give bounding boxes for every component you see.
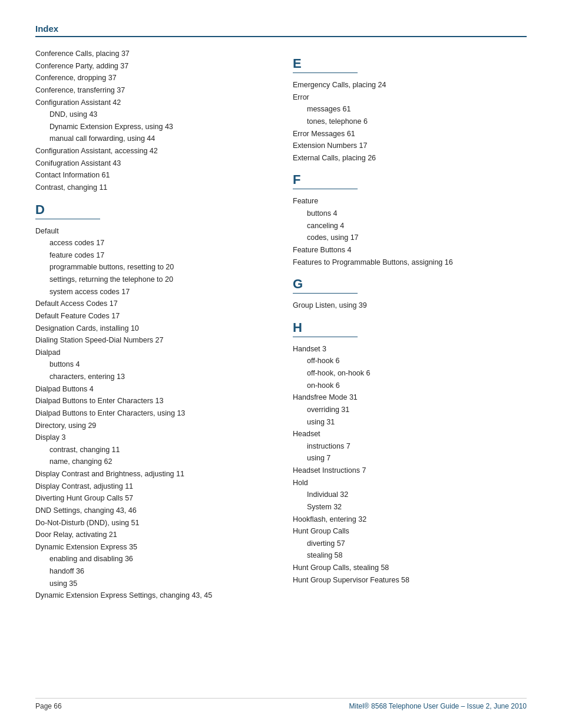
list-item: manual call forwarding, using 44 — [35, 133, 269, 145]
right-column: EEmergency Calls, placing 24Errormessage… — [293, 48, 527, 602]
list-item: Group Listen, using 39 — [293, 299, 527, 312]
title-rule — [35, 36, 527, 37]
list-item: messages 61 — [293, 103, 527, 116]
list-item: Display Contrast, adjusting 11 — [35, 480, 269, 493]
list-item: buttons 4 — [293, 207, 527, 220]
section-letter: F — [293, 172, 527, 187]
top-entries: Conference Calls, placing 37Conference P… — [35, 48, 269, 194]
left-sections: DDefaultaccess codes 17feature codes 17p… — [35, 202, 269, 602]
section-rule — [293, 293, 358, 294]
right-sections: EEmergency Calls, placing 24Errormessage… — [293, 56, 527, 586]
list-item: using 35 — [35, 578, 269, 590]
page-container: Index Conference Calls, placing 37Confer… — [0, 0, 562, 728]
list-item: system access codes 17 — [35, 286, 269, 298]
list-item: off-hook, on-hook 6 — [293, 367, 527, 380]
list-item: Headset Instructions 7 — [293, 465, 527, 477]
list-item: Default — [35, 225, 269, 238]
section-rule — [293, 189, 358, 189]
list-item: Dialpad Buttons to Enter Characters 13 — [35, 395, 269, 407]
list-item: enabling and disabling 36 — [35, 553, 269, 565]
list-item: off-hook 6 — [293, 355, 527, 367]
list-item: Hunt Group Supervisor Features 58 — [293, 574, 527, 587]
list-item: settings, returning the telephone to 20 — [35, 274, 269, 286]
list-item: Display Contrast and Brightness, adjusti… — [35, 468, 269, 480]
list-item: Features to Programmable Buttons, assign… — [293, 256, 527, 269]
list-item: External Calls, placing 26 — [293, 152, 527, 164]
section-letter: H — [293, 320, 527, 335]
list-item: Dynamic Extension Express 35 — [35, 541, 269, 554]
list-item: Contact Information 61 — [35, 169, 269, 182]
list-item: handoff 36 — [35, 565, 269, 578]
list-item: System 32 — [293, 501, 527, 513]
list-item: Feature — [293, 195, 527, 207]
list-item: Do-Not-Disturb (DND), using 51 — [35, 517, 269, 529]
list-item: overriding 31 — [293, 404, 527, 416]
list-item: codes, using 17 — [293, 232, 527, 244]
list-item: Display 3 — [35, 431, 269, 444]
list-item: Default Feature Codes 17 — [35, 310, 269, 322]
list-item: on-hook 6 — [293, 380, 527, 392]
list-item: diverting 57 — [293, 538, 527, 550]
footer: Page 66 Mitel® 8568 Telephone User Guide… — [35, 698, 527, 710]
section-letter: D — [35, 202, 269, 218]
list-item: Diverting Hunt Group Calls 57 — [35, 492, 269, 505]
list-item: Conference Party, adding 37 — [35, 60, 269, 73]
list-item: Extension Numbers 17 — [293, 140, 527, 152]
list-item: Conference Calls, placing 37 — [35, 48, 269, 60]
list-item: Error — [293, 91, 527, 104]
list-item: Conference, transferring 37 — [35, 84, 269, 97]
list-item: Feature Buttons 4 — [293, 244, 527, 256]
list-item: instructions 7 — [293, 440, 527, 453]
list-item: Hold — [293, 477, 527, 489]
list-item: Directory, using 29 — [35, 420, 269, 432]
list-item: Headset — [293, 428, 527, 440]
list-item: canceling 4 — [293, 220, 527, 232]
list-item: Conifugration Assistant 43 — [35, 157, 269, 170]
columns-container: Conference Calls, placing 37Conference P… — [35, 48, 527, 602]
section-rule — [35, 219, 100, 219]
list-item: contrast, changing 11 — [35, 444, 269, 456]
left-column: Conference Calls, placing 37Conference P… — [35, 48, 269, 602]
list-item: Default Access Codes 17 — [35, 298, 269, 310]
list-item: programmable buttons, resetting to 20 — [35, 261, 269, 274]
list-item: Contrast, changing 11 — [35, 182, 269, 194]
list-item: Dynamic Extension Express, using 43 — [35, 121, 269, 133]
list-item: DND, using 43 — [35, 108, 269, 121]
section-letter: E — [293, 56, 527, 71]
list-item: characters, entering 13 — [35, 371, 269, 383]
list-item: Dynamic Extension Express Settings, chan… — [35, 589, 269, 602]
section-rule — [293, 73, 358, 73]
list-item: Handset 3 — [293, 343, 527, 355]
list-item: Handsfree Mode 31 — [293, 391, 527, 404]
list-item: Conference, dropping 37 — [35, 72, 269, 84]
footer-page: Page 66 — [35, 702, 62, 710]
list-item: using 7 — [293, 452, 527, 465]
list-item: using 31 — [293, 416, 527, 429]
list-item: Dialing Station Speed-Dial Numbers 27 — [35, 334, 269, 347]
list-item: Designation Cards, installing 10 — [35, 322, 269, 335]
list-item: Configuration Assistant 42 — [35, 97, 269, 109]
list-item: Individual 32 — [293, 489, 527, 501]
index-title: Index — [35, 24, 527, 34]
list-item: Emergency Calls, placing 24 — [293, 79, 527, 91]
list-item: Hunt Group Calls — [293, 525, 527, 538]
list-item: Hunt Group Calls, stealing 58 — [293, 562, 527, 574]
list-item: buttons 4 — [35, 358, 269, 371]
list-item: access codes 17 — [35, 237, 269, 249]
list-item: DND Settings, changing 43, 46 — [35, 505, 269, 517]
section-letter: G — [293, 276, 527, 292]
section-rule — [293, 337, 358, 337]
list-item: name, changing 62 — [35, 456, 269, 468]
list-item: Configuration Assistant, accessing 42 — [35, 145, 269, 157]
list-item: Hookflash, entering 32 — [293, 513, 527, 526]
list-item: Dialpad Buttons to Enter Characters, usi… — [35, 407, 269, 420]
list-item: stealing 58 — [293, 549, 527, 562]
list-item: Door Relay, activating 21 — [35, 529, 269, 541]
list-item: Dialpad — [35, 347, 269, 359]
list-item: Dialpad Buttons 4 — [35, 383, 269, 396]
footer-guide: Mitel® 8568 Telephone User Guide – Issue… — [349, 702, 527, 710]
list-item: Error Messages 61 — [293, 128, 527, 140]
list-item: tones, telephone 6 — [293, 116, 527, 128]
list-item: feature codes 17 — [35, 249, 269, 262]
